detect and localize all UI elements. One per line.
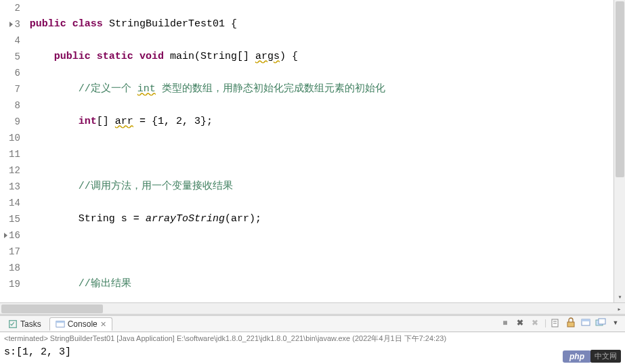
code-content[interactable]: public class StringBuilderTest01 { publi… — [27, 0, 613, 302]
code-editor[interactable]: 2 3 4 5 6 7 8 9 10 11 12 13 14 15 16 17 … — [0, 0, 625, 302]
fold-icon[interactable] — [9, 22, 13, 27]
line-number: 16 — [4, 227, 20, 244]
line-number: 19 — [4, 276, 20, 292]
line-number: 11 — [4, 146, 20, 162]
line-number: 8 — [4, 97, 20, 114]
output-text: s:[1, 2, 3] — [4, 346, 71, 358]
console-output[interactable]: s:[1, 2, 3] php 中文网 — [0, 345, 625, 364]
line-number: 4 — [4, 32, 20, 49]
line-number: 12 — [4, 162, 20, 179]
scroll-right-icon[interactable]: ▸ — [613, 303, 625, 315]
line-number: 18 — [4, 260, 20, 276]
svg-rect-6 — [567, 322, 574, 327]
tab-tasks[interactable]: Tasks — [3, 318, 47, 330]
line-number: 3 — [4, 16, 20, 32]
line-number: 9 — [4, 114, 20, 130]
line-number: 15 — [4, 211, 20, 227]
horizontal-scrollbar[interactable]: ▸ — [0, 302, 625, 314]
line-number: 14 — [4, 195, 20, 211]
line-number: 10 — [4, 130, 20, 146]
svg-rect-2 — [56, 321, 64, 323]
clear-console-icon[interactable] — [551, 317, 561, 328]
close-icon[interactable]: ✕ — [100, 320, 106, 329]
line-number: 5 — [4, 49, 20, 65]
console-status-line: <terminated> StringBuilderTest01 [Java A… — [0, 332, 625, 345]
svg-rect-8 — [582, 319, 590, 321]
fold-icon[interactable] — [4, 233, 7, 238]
tab-console[interactable]: Console ✕ — [49, 317, 112, 331]
line-number-gutter: 2 3 4 5 6 7 8 9 10 11 12 13 14 15 16 17 … — [0, 0, 27, 302]
tab-label: Tasks — [20, 319, 41, 329]
cn-badge: 中文网 — [590, 350, 621, 363]
php-badge: php — [563, 350, 591, 363]
scrollbar-thumb[interactable] — [1, 304, 103, 313]
line-number: 17 — [4, 244, 20, 260]
console-icon — [56, 319, 65, 329]
scrollbar-thumb[interactable] — [616, 1, 624, 177]
tab-label: Console — [68, 319, 98, 329]
scroll-down-icon[interactable]: ▾ — [614, 291, 625, 302]
svg-rect-10 — [599, 319, 605, 324]
line-number: 7 — [4, 81, 20, 97]
tasks-icon — [8, 319, 18, 329]
line-number: 6 — [4, 65, 20, 81]
line-number: 13 — [4, 179, 20, 195]
line-number: 2 — [4, 0, 20, 16]
console-toolbar: ■ ✖ ✖ | ▼ — [500, 317, 621, 328]
scroll-lock-icon[interactable] — [565, 317, 576, 328]
remove-all-icon[interactable]: ✖ — [515, 317, 525, 328]
bottom-tabbar: Tasks Console ✕ ■ ✖ ✖ | ▼ — [0, 316, 625, 332]
remove-all-grey-icon[interactable]: ✖ — [530, 317, 540, 328]
vertical-scrollbar[interactable]: ▾ — [613, 0, 625, 302]
remove-launch-icon[interactable]: ■ — [500, 317, 511, 328]
dropdown-icon[interactable]: ▼ — [610, 317, 621, 328]
pin-console-icon[interactable] — [580, 317, 591, 328]
display-selected-icon[interactable] — [595, 317, 606, 328]
